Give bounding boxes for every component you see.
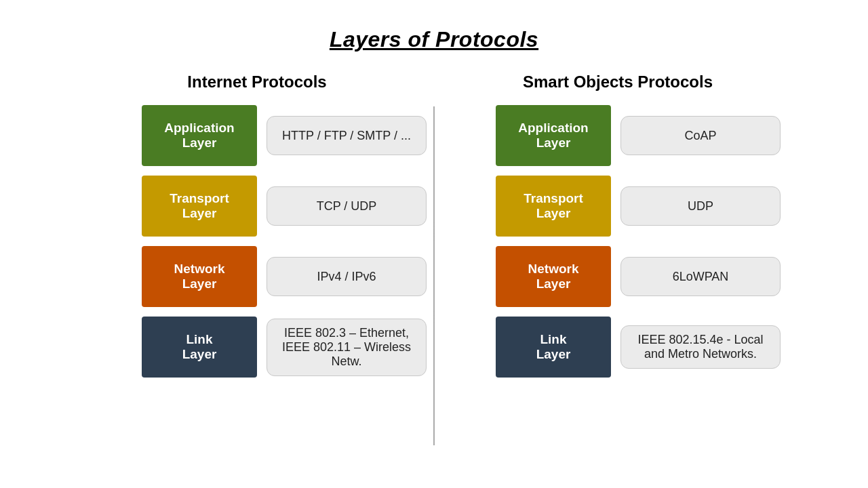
right-application-layer-box: ApplicationLayer [496, 105, 611, 166]
right-transport-row: TransportLayer UDP [455, 176, 781, 237]
left-application-layer-box: ApplicationLayer [142, 105, 257, 166]
left-column: Internet Protocols ApplicationLayer HTTP… [87, 73, 427, 445]
left-link-row: LinkLayer IEEE 802.3 – Ethernet, IEEE 80… [87, 317, 427, 378]
left-network-layer-box: NetworkLayer [142, 246, 257, 307]
right-link-layer-box: LinkLayer [496, 317, 611, 378]
right-column: Smart Objects Protocols ApplicationLayer… [441, 73, 781, 445]
left-transport-protocol: TCP / UDP [267, 186, 427, 226]
left-transport-row: TransportLayer TCP / UDP [87, 176, 427, 237]
main-content: Internet Protocols ApplicationLayer HTTP… [0, 73, 868, 445]
column-divider [433, 106, 435, 445]
page-title: Layers of Protocols [330, 27, 538, 52]
left-transport-layer-box: TransportLayer [142, 176, 257, 237]
right-application-protocol: CoAP [620, 116, 781, 155]
left-link-protocol: IEEE 802.3 – Ethernet, IEEE 802.11 – Wir… [267, 319, 427, 376]
right-network-layer-box: NetworkLayer [496, 246, 611, 307]
right-column-title: Smart Objects Protocols [523, 73, 713, 92]
left-application-row: ApplicationLayer HTTP / FTP / SMTP / ... [87, 105, 427, 166]
left-link-layer-box: LinkLayer [142, 317, 257, 378]
right-network-row: NetworkLayer 6LoWPAN [455, 246, 781, 307]
right-transport-layer-box: TransportLayer [496, 176, 611, 237]
right-transport-protocol: UDP [620, 186, 781, 226]
left-network-row: NetworkLayer IPv4 / IPv6 [87, 246, 427, 307]
right-network-protocol: 6LoWPAN [620, 257, 781, 296]
left-column-title: Internet Protocols [187, 73, 326, 92]
right-link-row: LinkLayer IEEE 802.15.4e - Local and Met… [455, 317, 781, 378]
left-network-protocol: IPv4 / IPv6 [267, 257, 427, 296]
right-application-row: ApplicationLayer CoAP [455, 105, 781, 166]
right-link-protocol: IEEE 802.15.4e - Local and Metro Network… [620, 325, 781, 369]
left-application-protocol: HTTP / FTP / SMTP / ... [267, 116, 427, 155]
